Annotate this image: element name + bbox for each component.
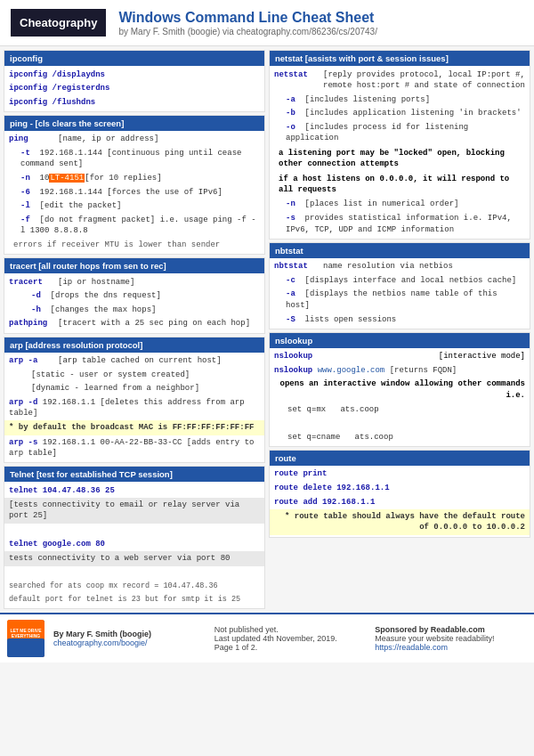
list-item — [4, 566, 264, 581]
list-item: netstat [reply provides protocol, local … — [270, 68, 530, 93]
list-item: -b [includes application listening 'in b… — [270, 107, 530, 121]
section-body-route: route print route delete 192.168.1.1 rou… — [270, 466, 530, 537]
list-item: nslookup [interactive mode] — [270, 350, 530, 364]
list-item: -S lists open sessions — [270, 313, 530, 327]
section-header-route: route — [270, 451, 530, 466]
list-item: -a [includes listening ports] — [270, 93, 530, 107]
section-header-telnet: Telnet [test for established TCP session… — [4, 467, 264, 482]
section-ipconfig: ipconfig ipconfig /displaydns ipconfig /… — [4, 50, 265, 112]
footer-sponsor-sub: Measure your website readability! — [375, 634, 527, 643]
section-body-tracert: tracert [ip or hostname] -d [drops the d… — [4, 273, 264, 332]
section-header-arp: arp [address resolution protocol] — [4, 337, 264, 353]
list-item: -f [do not fragment packet] i.e. usage p… — [4, 213, 264, 238]
list-item: arp -d 192.168.1.1 [deletes this address… — [4, 395, 264, 420]
section-header-tracert: tracert [all router hops from sen to rec… — [4, 258, 264, 273]
section-header-netstat: netstat [assists with port & session iss… — [270, 51, 530, 66]
section-arp: arp [address resolution protocol] arp -a… — [4, 337, 265, 464]
list-item: default port for telnet is 23 but for sm… — [4, 593, 264, 606]
list-item: -a [displays the netbios name table of t… — [270, 288, 530, 313]
footer-mid2: Last updated 4th November, 2019. — [214, 634, 367, 643]
footer-author-col: By Mary F. Smith (boogie) cheatography.c… — [53, 630, 206, 647]
main-content: ipconfig ipconfig /displaydns ipconfig /… — [0, 46, 534, 613]
section-body-nslookup: nslookup [interactive mode] nslookup www… — [270, 348, 530, 446]
list-item: -t 192.168.1.144 [continuous ping until … — [4, 146, 264, 171]
page-subtitle: by Mary F. Smith (boogie) via cheatograp… — [118, 27, 377, 37]
section-tracert: tracert [all router hops from sen to rec… — [4, 257, 265, 333]
list-item: -n 10LT-4151[for 10 replies] — [4, 172, 264, 186]
footer-mid-col: Not published yet. Last updated 4th Nove… — [214, 625, 367, 652]
list-item: errors if receiver MTU is lower than sen… — [4, 239, 264, 253]
section-ping: ping - [cls clears the screen] ping [nam… — [4, 115, 265, 255]
list-item: * route table should always have the def… — [270, 509, 530, 535]
list-item: ipconfig /registerdns — [4, 82, 264, 96]
list-item: nslookup www.google.com [returns FQDN] — [270, 363, 530, 378]
section-body-telnet: telnet 104.47.48.36 25 [tests connectivi… — [4, 482, 264, 608]
section-telnet: Telnet [test for established TCP session… — [4, 466, 265, 609]
section-body-ipconfig: ipconfig /displaydns ipconfig /registerd… — [4, 66, 264, 111]
list-item: -d [drops the dns request] — [4, 289, 264, 304]
list-item: tracert [ip or hostname] — [4, 275, 264, 289]
list-item: if a host listens on 0.0.0.0, it will re… — [270, 172, 530, 198]
section-nslookup: nslookup nslookup [interactive mode] nsl… — [269, 332, 530, 447]
header: Cheatography Windows Command Line Cheat … — [0, 0, 534, 46]
section-body-ping: ping [name, ip or address] -t 192.168.1.… — [4, 131, 264, 254]
section-header-ping: ping - [cls clears the screen] — [4, 116, 264, 131]
logo: Cheatography — [11, 9, 106, 37]
section-route: route route print route delete 192.168.1… — [269, 450, 530, 538]
list-item — [270, 417, 530, 431]
list-item: route add 192.168.1.1 — [270, 495, 530, 509]
page-title: Windows Command Line Cheat Sheet — [118, 9, 377, 26]
section-header-ipconfig: ipconfig — [4, 51, 264, 66]
list-item: route delete 192.168.1.1 — [270, 481, 530, 495]
list-item: set q=mx ats.coop — [270, 402, 530, 417]
list-item: nbtstat name resolution via netbios — [270, 260, 530, 274]
footer-logo: LET ME DRIVE EVERYTHING — [7, 620, 44, 657]
list-item: -6 192.168.1.144 [forces the use of IPv6… — [4, 185, 264, 199]
list-item: searched for ats coop mx record = 104.47… — [4, 580, 264, 593]
list-item: arp -s 192.168.1.1 00-AA-22-BB-33-CC [ad… — [4, 435, 264, 460]
section-header-nbtstat: nbtstat — [270, 243, 530, 258]
list-item: telnet 104.47.48.36 25 — [4, 484, 264, 498]
list-item: -o [includes process id for listening ap… — [270, 120, 530, 145]
list-item: ping [name, ip or address] — [4, 133, 264, 147]
section-body-nbtstat: nbtstat name resolution via netbios -c [… — [270, 258, 530, 329]
section-netstat: netstat [assists with port & session iss… — [269, 50, 530, 240]
svg-text:EVERYTHING: EVERYTHING — [12, 633, 40, 638]
section-body-netstat: netstat [reply provides protocol, local … — [270, 66, 530, 239]
section-header-nslookup: nslookup — [270, 333, 530, 348]
list-item: ipconfig /displaydns — [4, 68, 264, 82]
list-item: arp -a [arp table cached on current host… — [4, 354, 264, 369]
list-item: set q=cname ats.coop — [270, 430, 530, 444]
footer-sponsor-col: Sponsored by Readable.com Measure your w… — [375, 625, 527, 652]
list-item — [4, 524, 264, 538]
footer-sponsor-link[interactable]: https://readable.com — [375, 643, 527, 652]
list-item: opens an interactive window allowing oth… — [270, 378, 530, 402]
list-item: telnet google.com 80 — [4, 538, 264, 552]
list-item: [dynamic - learned from a neighbor] — [4, 382, 264, 396]
footer-sponsor-name: Sponsored by Readable.com — [375, 625, 527, 634]
footer-author-link[interactable]: cheatography.com/boogie/ — [53, 638, 206, 647]
svg-rect-1 — [7, 638, 44, 657]
list-item: -n [places list in numerical order] — [270, 198, 530, 212]
list-item: * by default the broadcast MAC is FF:FF:… — [4, 420, 264, 435]
footer-mid1: Not published yet. — [214, 625, 367, 634]
footer-mid3: Page 1 of 2. — [214, 643, 367, 652]
left-column: ipconfig ipconfig /displaydns ipconfig /… — [4, 50, 265, 609]
footer-author-name: By Mary F. Smith (boogie) — [53, 630, 206, 638]
section-body-arp: arp -a [arp table cached on current host… — [4, 353, 264, 463]
list-item: [tests connectivity to email or relay se… — [4, 498, 264, 524]
list-item: -s provides statistical information i.e.… — [270, 212, 530, 237]
right-column: netstat [assists with port & session iss… — [269, 50, 530, 609]
list-item: route print — [270, 467, 530, 482]
list-item: a listening port may be "locked" open, b… — [270, 146, 530, 172]
list-item: -c [displays interface and local netbios… — [270, 273, 530, 288]
list-item: ipconfig /flushdns — [4, 95, 264, 110]
list-item: tests connectivity to a web server via p… — [4, 551, 264, 566]
list-item: pathping [tracert with a 25 sec ping on … — [4, 317, 264, 331]
section-nbtstat: nbtstat nbtstat name resolution via netb… — [269, 242, 530, 329]
header-text: Windows Command Line Cheat Sheet by Mary… — [118, 9, 377, 36]
footer: LET ME DRIVE EVERYTHING By Mary F. Smith… — [0, 613, 534, 663]
list-item: [static - user or system created] — [4, 368, 264, 382]
list-item: -l [edit the packet] — [4, 199, 264, 214]
list-item: -h [changes the max hops] — [4, 303, 264, 317]
